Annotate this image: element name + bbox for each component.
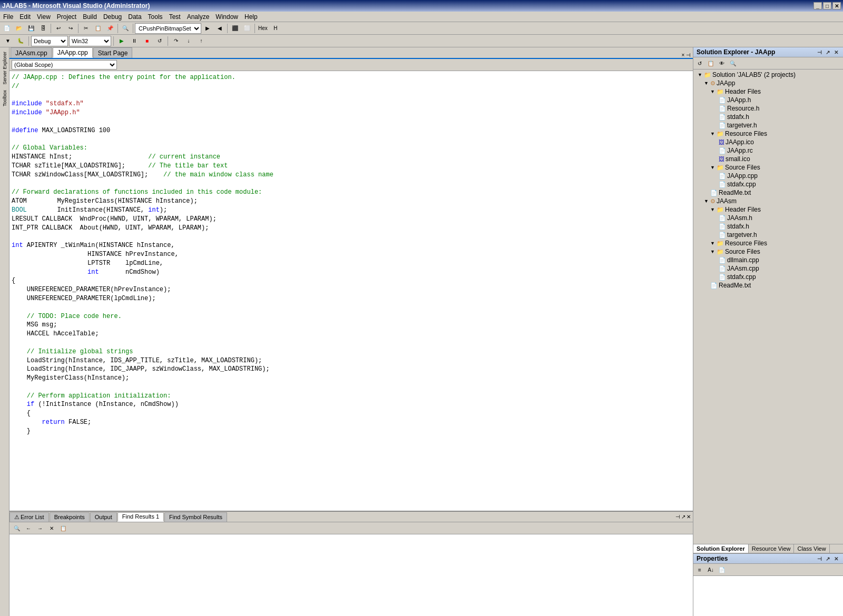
- stepover-btn[interactable]: ↷: [170, 36, 182, 46]
- se-show-all-btn[interactable]: 👁: [717, 58, 727, 68]
- minimize-button[interactable]: _: [813, 2, 822, 9]
- prop-close-btn[interactable]: ✕: [832, 555, 840, 562]
- jaapp-h-file[interactable]: 📄 JAApp.h: [694, 96, 842, 104]
- menu-window[interactable]: Window: [212, 12, 241, 22]
- pause-btn[interactable]: ⏸: [129, 36, 140, 46]
- jaasm-readme-file[interactable]: 📄 ReadMe.txt: [694, 281, 842, 290]
- tab-startpage[interactable]: Start Page: [93, 47, 133, 58]
- copy-btn[interactable]: 📋: [92, 23, 104, 34]
- fr-clear-btn[interactable]: ✕: [46, 523, 57, 533]
- se-properties-btn[interactable]: 📋: [705, 58, 716, 68]
- menu-view[interactable]: View: [34, 12, 54, 22]
- targetver-h-file[interactable]: 📄 targetver.h: [694, 121, 842, 130]
- hex-btn[interactable]: H: [270, 23, 281, 34]
- prop-cat-btn[interactable]: ≡: [694, 565, 705, 574]
- solution-node[interactable]: ▼ 📁 Solution 'JALAB5' (2 projects): [694, 71, 842, 79]
- prop-pg-btn[interactable]: 📄: [717, 565, 727, 574]
- se-float-btn[interactable]: ↗: [824, 48, 831, 56]
- tab-error-list[interactable]: ⚠ Error List: [9, 512, 49, 522]
- redo-btn[interactable]: ↪: [65, 23, 76, 34]
- se-refresh-btn[interactable]: ↺: [694, 58, 705, 68]
- find-results-close-btn[interactable]: ✕: [687, 514, 691, 520]
- jaapp-rc-file[interactable]: 📄 JAApp.rc: [694, 146, 842, 155]
- se-pin-btn[interactable]: ⊣: [816, 48, 823, 56]
- jaapp-project-node[interactable]: ▼ ⚙ JAApp: [694, 79, 842, 87]
- tab-pin-btn[interactable]: × ⊣: [679, 52, 693, 58]
- bp2-btn[interactable]: ⬜: [241, 23, 253, 34]
- small-ico-file[interactable]: 🖼 small.ico: [694, 155, 842, 163]
- debug-icon-btn[interactable]: 🐛: [15, 36, 26, 46]
- jaapp-resources-arrow[interactable]: ▼: [710, 131, 715, 136]
- code-editor[interactable]: // JAApp.cpp : Defines the entry point f…: [9, 71, 693, 511]
- se-find-btn[interactable]: 🔍: [728, 58, 738, 68]
- start-btn[interactable]: ▶: [116, 36, 128, 46]
- fr-copy-btn[interactable]: 📋: [58, 523, 68, 533]
- stdafx-cpp-file[interactable]: 📄 stdafx.cpp: [694, 180, 842, 188]
- nav-bwd-btn[interactable]: ◀: [214, 23, 226, 34]
- jaapp-sources-folder[interactable]: ▼ 📁 Source Files: [694, 163, 842, 172]
- open-btn[interactable]: 📂: [13, 23, 25, 34]
- prop-alpha-btn[interactable]: A↓: [705, 565, 716, 574]
- jaapp-headers-arrow[interactable]: ▼: [710, 89, 715, 94]
- dllmain-cpp-file[interactable]: 📄 dllmain.cpp: [694, 256, 842, 264]
- debug-mode-select[interactable]: Debug Release: [31, 36, 68, 46]
- menu-file[interactable]: File: [0, 12, 16, 22]
- jaapp-ico-file[interactable]: 🖼 JAApp.ico: [694, 138, 842, 146]
- prop-pin-btn[interactable]: ⊣: [816, 555, 823, 562]
- fr-prev-btn[interactable]: ←: [23, 523, 34, 533]
- tab-class-view[interactable]: Class View: [794, 544, 829, 553]
- cut-btn[interactable]: ✂: [80, 23, 92, 34]
- jaasm-targetver-file[interactable]: 📄 targetver.h: [694, 231, 842, 239]
- tab-jaapp[interactable]: JAApp.cpp: [53, 47, 93, 58]
- jaasm-sources-folder[interactable]: ▼ 📁 Source Files: [694, 247, 842, 256]
- menu-test[interactable]: Test: [166, 12, 184, 22]
- jaasm-stdafx-h-file[interactable]: 📄 stdafx.h: [694, 222, 842, 231]
- jaasm-arrow[interactable]: ▼: [704, 198, 709, 204]
- jaasm-headers-folder[interactable]: ▼ 📁 Header Files: [694, 205, 842, 214]
- tab-breakpoints[interactable]: Breakpoints: [50, 512, 90, 522]
- menu-build[interactable]: Build: [80, 12, 100, 22]
- fr-next-btn[interactable]: →: [35, 523, 45, 533]
- bp-btn[interactable]: ⬛: [229, 23, 241, 34]
- find-results-pin-btn[interactable]: ⊣: [675, 514, 680, 520]
- prop-float-btn[interactable]: ↗: [824, 555, 831, 562]
- jaasm-sources-arrow[interactable]: ▼: [710, 249, 715, 254]
- toolbox-tab[interactable]: Toolbox: [1, 88, 8, 108]
- jaapp-headers-folder[interactable]: ▼ 📁 Header Files: [694, 87, 842, 96]
- jaasm-resources-folder[interactable]: ▼ 📁 Resource Files: [694, 239, 842, 247]
- menu-help[interactable]: Help: [241, 12, 261, 22]
- code-content[interactable]: // JAApp.cpp : Defines the entry point f…: [9, 71, 693, 511]
- stepout-btn[interactable]: ↑: [195, 36, 207, 46]
- resource-h-file[interactable]: 📄 Resource.h: [694, 104, 842, 113]
- tab-resource-view[interactable]: Resource View: [749, 544, 795, 553]
- scope-select[interactable]: (Global Scope): [12, 60, 117, 69]
- debug-list-btn[interactable]: ▼: [2, 36, 14, 46]
- undo-btn[interactable]: ↩: [53, 23, 64, 34]
- menu-tools[interactable]: Tools: [145, 12, 166, 22]
- jaasm-resources-arrow[interactable]: ▼: [710, 241, 715, 246]
- menu-analyze[interactable]: Analyze: [184, 12, 213, 22]
- stepinto-btn[interactable]: ↓: [183, 36, 194, 46]
- tab-find-symbol[interactable]: Find Symbol Results: [164, 512, 227, 522]
- stop-btn[interactable]: ■: [141, 36, 153, 46]
- jaasm-stdafx-cpp-file[interactable]: 📄 stdafx.cpp: [694, 273, 842, 281]
- platform-select[interactable]: Win32 x64: [69, 36, 111, 46]
- server-explorer-tab[interactable]: Server Explorer: [1, 49, 8, 87]
- save-all-btn[interactable]: 🗄: [37, 23, 49, 34]
- close-button[interactable]: ✕: [832, 2, 841, 9]
- menu-edit[interactable]: Edit: [16, 12, 34, 22]
- tab-jaasm[interactable]: JAAsm.cpp: [11, 47, 52, 58]
- jaasm-h-file[interactable]: 📄 JAAsm.h: [694, 214, 842, 222]
- find-btn[interactable]: 🔍: [120, 23, 131, 34]
- jaapp-resources-folder[interactable]: ▼ 📁 Resource Files: [694, 130, 842, 138]
- jaapp-readme-file[interactable]: 📄 ReadMe.txt: [694, 188, 842, 197]
- stdafx-h-file[interactable]: 📄 stdafx.h: [694, 113, 842, 121]
- save-btn[interactable]: 💾: [25, 23, 37, 34]
- jaasm-headers-arrow[interactable]: ▼: [710, 207, 715, 212]
- menu-project[interactable]: Project: [54, 12, 80, 22]
- menu-debug[interactable]: Debug: [100, 12, 125, 22]
- solution-arrow[interactable]: ▼: [698, 72, 703, 77]
- fr-search-btn[interactable]: 🔍: [12, 523, 22, 533]
- new-file-btn[interactable]: 📄: [1, 23, 13, 34]
- paste-btn[interactable]: 📌: [104, 23, 116, 34]
